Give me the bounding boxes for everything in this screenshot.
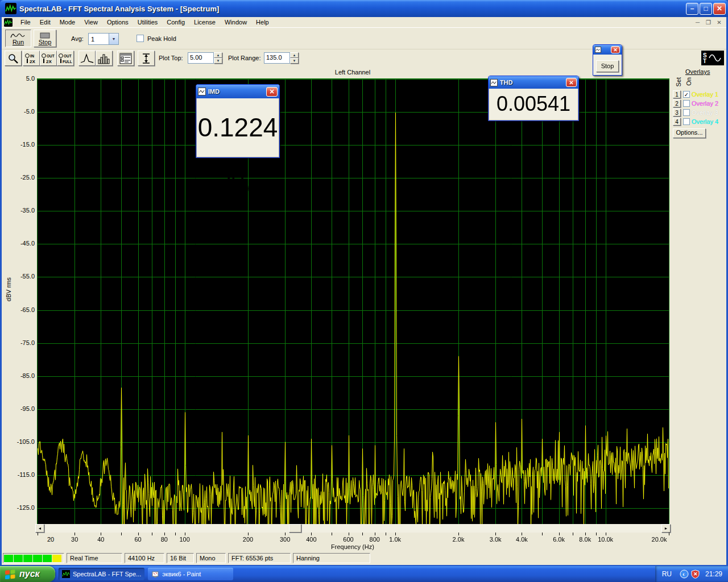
mdi-minimize-button[interactable]: ─: [693, 18, 702, 26]
plot-top-spinner[interactable]: ▲ ▼: [214, 52, 222, 64]
mdi-restore-button[interactable]: ❐: [704, 18, 713, 26]
taskbar-tasks: SpectraLAB - FFT Spe...эквик6 - Paint: [55, 568, 233, 580]
thd-titlebar[interactable]: THD ✕: [489, 76, 578, 89]
overlay-set-button-4[interactable]: 4: [673, 118, 681, 126]
meter-block-green: [4, 555, 13, 562]
peak-hold-checkbox[interactable]: [136, 35, 144, 42]
y-axis-title: dBV rms: [5, 277, 12, 301]
thd-value: 0.00541 %: [489, 89, 578, 120]
menu-bar: FileEditModeViewOptionsUtilitiesConfigLi…: [2, 17, 726, 27]
overlay-row: 2Overlay 2: [673, 99, 718, 108]
stop-mini-titlebar[interactable]: ✕: [593, 45, 622, 55]
spectrum-view-button[interactable]: [78, 51, 96, 66]
float-stop-button[interactable]: Stop: [596, 60, 619, 72]
scroll-left-arrow[interactable]: ◄: [35, 524, 44, 533]
overlay-on-checkbox-2[interactable]: [683, 100, 690, 107]
menu-options[interactable]: Options: [102, 18, 133, 26]
app-icon: [5, 3, 16, 14]
plot-range-spin-up[interactable]: ▲: [290, 52, 299, 58]
thd-close-icon[interactable]: ✕: [566, 78, 577, 87]
x-axis-tick: [542, 533, 543, 535]
language-indicator[interactable]: RU: [662, 570, 672, 578]
y-axis-tick-label: -125.0: [3, 504, 35, 511]
hide-icons-chevron-icon[interactable]: ‹: [680, 569, 689, 579]
taskbar-clock[interactable]: 21:29: [705, 570, 722, 578]
vertical-scale-button[interactable]: [138, 51, 155, 66]
zoom-in-2x-button[interactable]: IN2X: [23, 51, 40, 66]
x-axis-tick: [175, 533, 176, 535]
x-axis-tick-label: 1.0k: [383, 536, 408, 543]
avg-label: Avg:: [71, 35, 84, 42]
plot-range-label: Plot Range:: [228, 55, 260, 61]
x-axis-tick: [585, 533, 586, 535]
frequency-scrollbar[interactable]: ◄ ►: [35, 524, 671, 533]
stop-button[interactable]: Stop: [34, 30, 56, 47]
meter-block-green: [14, 555, 23, 562]
spectrum-plot[interactable]: [37, 78, 669, 525]
x-axis-tick: [138, 533, 139, 535]
sine-wave-icon: [10, 32, 26, 39]
zoom-out-full-button[interactable]: OUTFULL: [57, 51, 74, 66]
menu-mode[interactable]: Mode: [55, 18, 80, 26]
mdi-close-button[interactable]: ✕: [714, 18, 724, 26]
plot-range-spinner[interactable]: ▲ ▼: [290, 52, 299, 64]
menu-help[interactable]: Help: [251, 18, 274, 26]
overlay-set-button-1[interactable]: 1: [673, 90, 681, 98]
plot-top-input[interactable]: 5.00: [188, 52, 214, 64]
run-button-label: Run: [13, 39, 24, 45]
x-axis-tick: [101, 533, 101, 535]
avg-combobox[interactable]: 1 ▼: [88, 33, 119, 45]
avg-dropdown-arrow[interactable]: ▼: [109, 34, 118, 44]
x-axis-tick-label: 4.0k: [509, 536, 534, 543]
plot-top-spin-up[interactable]: ▲: [214, 52, 222, 58]
x-axis-tick: [669, 533, 669, 535]
menu-file[interactable]: File: [16, 18, 35, 26]
security-shield-icon[interactable]: ✕: [691, 569, 700, 579]
overlay-on-checkbox-3[interactable]: [683, 109, 690, 116]
menu-view[interactable]: View: [80, 18, 102, 26]
x-axis-tick-label: 200: [235, 536, 260, 543]
y-axis-tick-label: -95.0: [3, 405, 35, 412]
display-options-button[interactable]: [117, 51, 134, 66]
zoom-tool-button[interactable]: [5, 51, 22, 66]
y-axis-tick-label: -35.0: [3, 207, 35, 214]
menu-config[interactable]: Config: [162, 18, 189, 26]
task-button[interactable]: эквик6 - Paint: [148, 568, 233, 580]
overlays-options-button[interactable]: Options...: [673, 128, 706, 138]
scrollbar-thumb[interactable]: [289, 524, 301, 533]
signal-generator-button[interactable]: ST: [701, 51, 724, 65]
task-button[interactable]: SpectraLAB - FFT Spe...: [59, 568, 144, 580]
minimize-button[interactable]: –: [686, 3, 698, 15]
zoom-out-2x-button[interactable]: OUT2X: [40, 51, 57, 66]
task-button-label: SpectraLAB - FFT Spe...: [73, 571, 141, 577]
stop-mini-close-icon[interactable]: ✕: [611, 46, 620, 53]
menu-edit[interactable]: Edit: [35, 18, 55, 26]
run-button[interactable]: Run: [5, 30, 31, 47]
magnifier-icon: [7, 53, 19, 64]
imd-titlebar[interactable]: IMD ✕: [196, 85, 279, 98]
windows-flag-icon: [5, 569, 16, 579]
list-panel-icon: [119, 53, 132, 64]
imd-close-icon[interactable]: ✕: [266, 87, 278, 97]
svg-text:✕: ✕: [693, 571, 698, 577]
menu-license[interactable]: License: [189, 18, 220, 26]
scroll-right-arrow[interactable]: ►: [661, 524, 671, 533]
x-axis-tick-label: 10.0k: [593, 536, 618, 543]
close-button[interactable]: ✕: [713, 3, 726, 15]
overlay-set-button-2[interactable]: 2: [673, 99, 681, 107]
overlay-on-checkbox-1[interactable]: ✓: [683, 91, 690, 98]
status-bar: Real Time44100 Hz16 BitMonoFFT: 65536 pt…: [2, 551, 726, 565]
overlay-set-button-3[interactable]: 3: [673, 109, 681, 117]
plot-top-spin-down[interactable]: ▼: [214, 58, 222, 64]
plot-range-spin-down[interactable]: ▼: [290, 58, 299, 64]
plot-range-input[interactable]: 135.0: [264, 52, 290, 64]
svg-text:2X: 2X: [30, 59, 35, 64]
menu-utilities[interactable]: Utilities: [133, 18, 162, 26]
maximize-button[interactable]: □: [700, 3, 712, 15]
overlay-on-checkbox-4[interactable]: [683, 118, 690, 125]
histogram-view-button[interactable]: [96, 51, 113, 66]
menu-window[interactable]: Window: [220, 18, 251, 26]
x-axis-tick-label: 20.0k: [647, 536, 672, 543]
start-button[interactable]: пуск: [0, 566, 55, 582]
svg-text:FULL: FULL: [63, 60, 72, 64]
